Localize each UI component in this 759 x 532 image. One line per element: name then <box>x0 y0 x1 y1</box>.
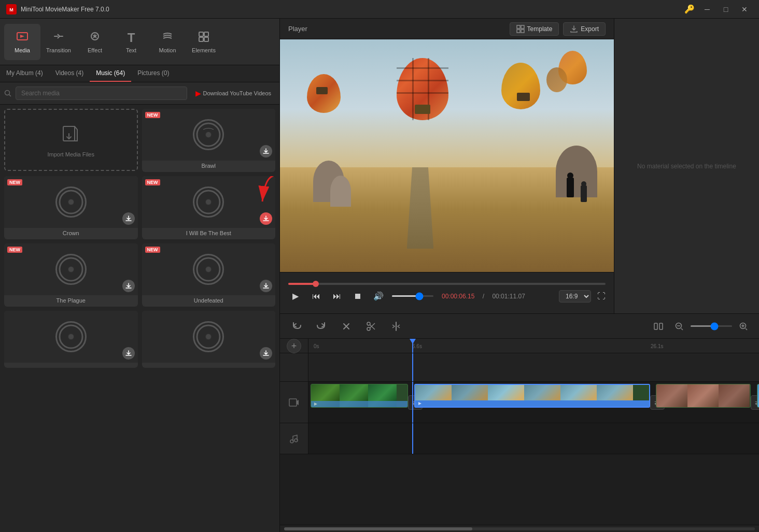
import-icon <box>61 122 81 147</box>
video-clip-people[interactable] <box>656 384 751 408</box>
video-clip-balloon[interactable] <box>414 384 650 408</box>
svg-point-19 <box>207 200 210 204</box>
svg-line-47 <box>746 328 747 330</box>
audio-track-content <box>308 423 759 454</box>
aspect-ratio-select[interactable]: 16:9 9:16 1:1 4:3 <box>559 290 591 303</box>
undo-button[interactable] <box>288 318 305 335</box>
media-item-track6[interactable] <box>4 311 138 368</box>
video-track-label <box>280 382 308 423</box>
download-theplague-button[interactable] <box>122 280 135 292</box>
template-icon <box>516 25 525 33</box>
media-item-undefeated[interactable]: NEW Undefeated <box>142 243 276 307</box>
download-iwillbethebest-button[interactable] <box>260 212 272 225</box>
redo-button[interactable] <box>313 318 330 335</box>
media-item-crown[interactable]: NEW Crown <box>4 176 138 239</box>
media-item-the-plague[interactable]: NEW The Plague <box>4 243 138 307</box>
new-badge: NEW <box>145 247 160 253</box>
prev-frame-button[interactable]: ⏮ <box>309 289 324 304</box>
download-crown-button[interactable] <box>122 212 135 225</box>
volume-button[interactable]: 🔊 <box>371 289 386 304</box>
music-disc-icon <box>193 254 224 285</box>
new-badge: NEW <box>7 179 22 185</box>
download-brawl-button[interactable] <box>260 145 272 157</box>
toolbar-elements-label: Elements <box>192 47 216 53</box>
restore-button[interactable]: □ <box>718 2 734 17</box>
download-track6-button[interactable] <box>122 347 135 360</box>
toolbar-transition[interactable]: Transition <box>40 24 77 60</box>
zoom-slider[interactable] <box>691 325 732 327</box>
no-material-text: No material selected on the timeline <box>637 163 736 170</box>
tab-album[interactable]: My Album (4) <box>0 65 49 82</box>
effect-icon <box>89 31 101 45</box>
cut-button[interactable] <box>363 318 380 335</box>
split-button[interactable] <box>388 318 404 335</box>
hscroll-thumb[interactable] <box>284 527 472 530</box>
toolbar-effect[interactable]: Effect <box>77 24 113 60</box>
toolbar-transition-label: Transition <box>46 47 71 53</box>
import-media-card[interactable]: Import Media Files <box>4 109 138 171</box>
zoom-out-button[interactable] <box>672 319 686 334</box>
app-title: MiniTool MovieMaker Free 7.0.0 <box>21 6 684 13</box>
svg-rect-40 <box>659 323 663 329</box>
track-content-empty <box>308 353 759 381</box>
ruler-track: 0s 6.6s 26.1s 35.5s <box>308 339 759 353</box>
svg-point-29 <box>69 335 73 338</box>
tab-videos[interactable]: Videos (4) <box>49 65 90 82</box>
total-time: 00:01:11.07 <box>492 293 525 300</box>
download-youtube-button[interactable]: ▶ Download YouTube Videos <box>191 87 276 100</box>
audio-track-label <box>280 423 308 454</box>
export-icon <box>570 25 578 33</box>
ruler-mark-0s: 0s <box>314 343 319 349</box>
toolbar-text[interactable]: T Text <box>113 24 149 60</box>
volume-slider[interactable] <box>392 295 433 297</box>
minimize-button[interactable]: ─ <box>699 2 715 17</box>
window-controls: ─ □ ✕ <box>699 2 753 17</box>
svg-point-15 <box>68 199 74 205</box>
hscroll-track[interactable] <box>284 527 755 530</box>
media-item-track7[interactable] <box>142 311 276 368</box>
download-undefeated-button[interactable] <box>260 280 272 292</box>
library-tabs: My Album (4) Videos (4) Music (64) Pictu… <box>0 65 279 82</box>
search-input[interactable] <box>16 87 187 100</box>
next-frame-button[interactable]: ⏭ <box>330 289 344 304</box>
fullscreen-button[interactable]: ⛶ <box>597 292 606 301</box>
transition-icon <box>52 31 65 45</box>
timeline-playhead[interactable] <box>412 339 413 353</box>
delete-button[interactable] <box>338 318 355 335</box>
main-layout: Media Transition Effect T Text <box>0 19 759 532</box>
timeline-ruler: + 0s 6.6s 26.1s 35.5s <box>280 339 759 353</box>
zoom-in-button[interactable] <box>736 319 751 334</box>
play-button[interactable]: ▶ <box>288 289 303 304</box>
media-item-i-will-be-the-best[interactable]: NEW I Will Be The Best <box>142 176 276 239</box>
progress-bar-container[interactable] <box>288 283 606 285</box>
crown-label: Crown <box>4 228 138 239</box>
app-icon: M <box>6 4 17 15</box>
download-track7-button[interactable] <box>260 347 272 360</box>
toolbar-motion[interactable]: Motion <box>149 24 186 60</box>
video-clip-forest[interactable] <box>311 384 408 408</box>
undefeated-label: Undefeated <box>142 295 276 307</box>
stop-button[interactable]: ⏹ <box>350 289 365 304</box>
svg-point-31 <box>205 334 212 340</box>
template-button[interactable]: Template <box>510 22 559 36</box>
media-icon <box>16 31 29 45</box>
zoom-controls <box>672 319 751 334</box>
toolbar-elements[interactable]: Elements <box>186 24 222 60</box>
elements-icon <box>198 31 210 45</box>
tab-music[interactable]: Music (64) <box>90 65 131 82</box>
import-label: Import Media Files <box>48 151 94 157</box>
media-item-brawl[interactable]: NEW Brawl <box>142 109 276 172</box>
timeline-content: + 0s 6.6s 26.1s 35.5s <box>280 339 759 525</box>
time-separator: / <box>481 293 486 300</box>
export-button[interactable]: Export <box>563 22 606 36</box>
tab-pictures[interactable]: Pictures (0) <box>131 65 175 82</box>
player-controls: ▶ ⏮ ⏭ ⏹ 🔊 00:00:06.15 / 00:01:11.07 16:9… <box>280 272 614 313</box>
new-badge: NEW <box>7 247 22 253</box>
toolbar-media[interactable]: Media <box>4 24 40 60</box>
youtube-icon: ▶ <box>195 89 201 97</box>
music-disc-icon <box>193 119 224 150</box>
add-track-button[interactable]: + <box>287 339 301 353</box>
video-clip-beach[interactable] <box>757 384 759 408</box>
close-button[interactable]: ✕ <box>736 2 753 17</box>
svg-rect-48 <box>289 399 297 406</box>
